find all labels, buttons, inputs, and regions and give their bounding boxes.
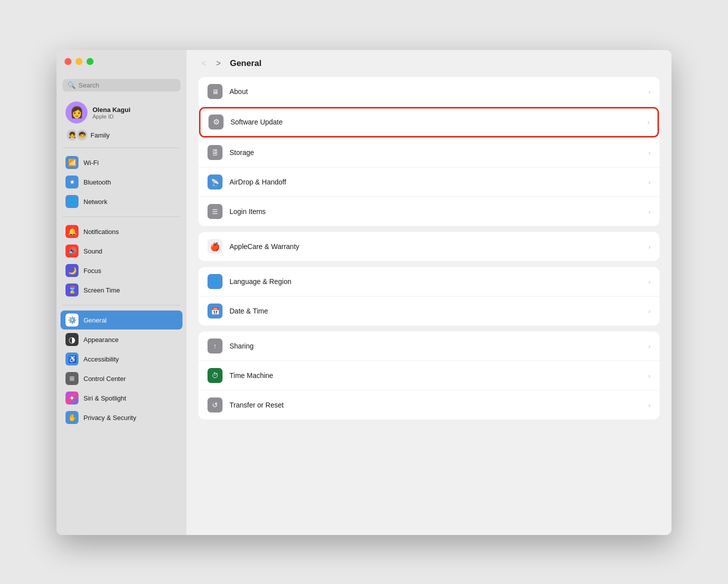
user-name: Olena Kagui — [92, 106, 130, 114]
settings-row-datetime[interactable]: 📅 Date & Time › — [198, 296, 660, 326]
storage-icon: 🗄 — [208, 145, 222, 160]
search-box[interactable]: 🔍 — [62, 79, 180, 92]
user-profile[interactable]: 👩 Olena Kagui Apple ID — [56, 98, 186, 126]
forward-button[interactable]: > — [213, 58, 224, 69]
storage-label: Storage — [230, 148, 642, 156]
login-items-chevron: › — [648, 208, 650, 216]
search-container: 🔍 — [56, 75, 186, 98]
notifications-icon: 🔔 — [66, 225, 78, 238]
settings-card-2: 🍎 AppleCare & Warranty › — [198, 232, 660, 261]
settings-card-1: 🖥 About › ⚙ Software Update › 🗄 Storage … — [198, 77, 660, 226]
sidebar-label-appearance: Appearance — [84, 336, 118, 344]
language-chevron: › — [648, 278, 650, 286]
family-label: Family — [90, 132, 110, 139]
language-icon: 🌐 — [208, 274, 222, 289]
sidebar-item-appearance[interactable]: ◑ Appearance — [60, 330, 182, 349]
main-content: < > General 🖥 About › ⚙ Software Update … — [186, 50, 672, 535]
sidebar-item-wifi[interactable]: 📶 Wi-Fi — [60, 153, 182, 172]
applecare-label: AppleCare & Warranty — [230, 242, 642, 250]
settings-row-language[interactable]: 🌐 Language & Region › — [198, 267, 660, 296]
transfer-icon: ↺ — [208, 398, 222, 412]
settings-row-login-items[interactable]: ☰ Login Items › — [198, 197, 660, 226]
user-subtitle: Apple ID — [92, 114, 130, 120]
sidebar-item-focus[interactable]: 🌙 Focus — [60, 261, 182, 280]
sidebar-section-system: 🔔 Notifications 🔊 Sound 🌙 Focus ⌛ Screen… — [56, 220, 186, 302]
wifi-icon: 📶 — [66, 156, 78, 169]
settings-card-4: ↑ Sharing › ⏱ Time Machine › ↺ Transfer … — [198, 332, 660, 420]
family-item[interactable]: 👧 🧒 Family — [56, 126, 186, 144]
control-center-icon: ⊞ — [66, 372, 78, 385]
settings-row-sharing[interactable]: ↑ Sharing › — [198, 332, 660, 361]
login-items-icon: ☰ — [208, 204, 222, 219]
settings-row-time-machine[interactable]: ⏱ Time Machine › — [198, 361, 660, 390]
sidebar-item-network[interactable]: 🌐 Network — [60, 192, 182, 211]
sidebar-label-focus: Focus — [84, 267, 101, 274]
settings-row-applecare[interactable]: 🍎 AppleCare & Warranty › — [198, 232, 660, 261]
general-icon: ⚙️ — [66, 314, 78, 326]
sidebar-item-notifications[interactable]: 🔔 Notifications — [60, 222, 182, 241]
settings-row-software-update[interactable]: ⚙ Software Update › — [200, 108, 658, 137]
datetime-chevron: › — [648, 308, 650, 315]
settings-row-storage[interactable]: 🗄 Storage › — [198, 138, 660, 168]
sidebar-item-bluetooth[interactable]: ★ Bluetooth — [60, 172, 182, 192]
applecare-icon: 🍎 — [208, 239, 222, 254]
sidebar-item-control-center[interactable]: ⊞ Control Center — [60, 369, 182, 388]
sidebar-item-siri[interactable]: ✦ Siri & Spotlight — [60, 388, 182, 408]
language-label: Language & Region — [230, 278, 642, 286]
sidebar-label-bluetooth: Bluetooth — [84, 178, 111, 186]
software-update-chevron: › — [648, 118, 650, 126]
sidebar-item-accessibility[interactable]: ♿ Accessibility — [60, 350, 182, 368]
family-avatar-2: 🧒 — [76, 128, 88, 142]
sidebar-label-accessibility: Accessibility — [84, 356, 119, 363]
focus-icon: 🌙 — [66, 264, 78, 277]
sidebar-section-network: 📶 Wi-Fi ★ Bluetooth 🌐 Network — [56, 151, 186, 214]
sidebar-section-preferences: ⚙️ General ◑ Appearance ♿ Accessibility … — [56, 308, 186, 430]
search-input[interactable] — [78, 82, 176, 89]
sharing-icon: ↑ — [208, 338, 222, 354]
airdrop-label: AirDrop & Handoff — [230, 178, 642, 186]
sidebar-label-privacy: Privacy & Security — [84, 414, 136, 422]
accessibility-icon: ♿ — [66, 352, 78, 366]
transfer-label: Transfer or Reset — [230, 401, 642, 409]
appearance-icon: ◑ — [66, 333, 78, 346]
back-button[interactable]: < — [198, 58, 209, 69]
minimize-button[interactable] — [76, 58, 82, 65]
time-machine-chevron: › — [648, 372, 650, 380]
screen-time-icon: ⌛ — [66, 284, 78, 296]
datetime-label: Date & Time — [230, 307, 642, 315]
sidebar-item-sound[interactable]: 🔊 Sound — [60, 242, 182, 260]
settings-window: 🔍 👩 Olena Kagui Apple ID 👧 🧒 Family — [56, 50, 672, 535]
sidebar-item-privacy[interactable]: ✋ Privacy & Security — [60, 408, 182, 427]
sidebar-label-screen-time: Screen Time — [84, 286, 120, 294]
transfer-chevron: › — [648, 402, 650, 409]
sidebar-item-screen-time[interactable]: ⌛ Screen Time — [60, 280, 182, 300]
sidebar-label-control-center: Control Center — [84, 375, 126, 382]
privacy-icon: ✋ — [66, 411, 78, 424]
airdrop-icon: 📡 — [208, 174, 222, 190]
maximize-button[interactable] — [86, 58, 94, 65]
sidebar-item-general[interactable]: ⚙️ General — [60, 310, 182, 330]
time-machine-label: Time Machine — [230, 372, 642, 380]
settings-row-about[interactable]: 🖥 About › — [198, 77, 660, 106]
sound-icon: 🔊 — [66, 244, 78, 258]
settings-row-airdrop[interactable]: 📡 AirDrop & Handoff › — [198, 168, 660, 197]
main-header: < > General — [186, 50, 672, 77]
main-scroll: 🖥 About › ⚙ Software Update › 🗄 Storage … — [186, 77, 672, 535]
close-button[interactable] — [64, 58, 72, 65]
sharing-chevron: › — [648, 342, 650, 350]
software-update-label: Software Update — [230, 118, 640, 126]
sidebar-label-general: General — [84, 316, 106, 324]
sidebar-label-siri: Siri & Spotlight — [84, 394, 126, 402]
page-title: General — [230, 58, 262, 68]
sidebar-label-sound: Sound — [84, 248, 102, 255]
about-chevron: › — [648, 88, 650, 96]
sidebar-divider-1 — [62, 148, 180, 148]
about-label: About — [230, 88, 642, 96]
sidebar-divider-2 — [62, 216, 180, 217]
time-machine-icon: ⏱ — [208, 368, 222, 383]
settings-row-transfer[interactable]: ↺ Transfer or Reset › — [198, 390, 660, 420]
avatar: 👩 — [66, 102, 88, 124]
sidebar-label-notifications: Notifications — [84, 228, 119, 236]
titlebar — [56, 50, 102, 73]
sidebar-divider-3 — [62, 305, 180, 306]
